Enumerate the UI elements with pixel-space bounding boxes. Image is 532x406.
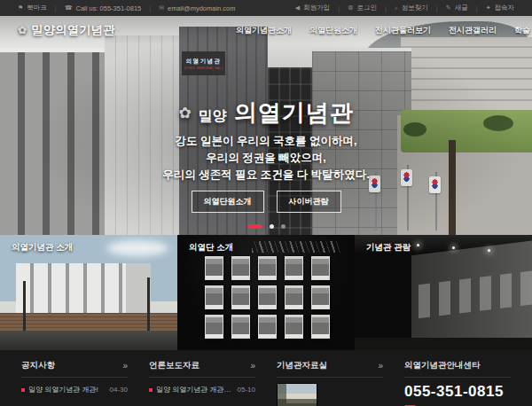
- panel-members-intro[interactable]: 의열단 소개: [177, 235, 355, 350]
- building-photo-art: [16, 263, 151, 315]
- panel-title: 의열단 소개: [189, 242, 233, 254]
- press-board: 언론보도자료 » 밀양 의열기념관 개관…전국최초 05-10: [149, 360, 255, 406]
- member-portrait-frame: [285, 315, 303, 339]
- hero-title-prefix: 밀양: [199, 107, 227, 126]
- bullet-icon: [21, 388, 25, 392]
- topbar-right: ◀ 회원가입 | ⚙ 로그인 | ⌕ 정보찾기 | ✎ 새글 | ✦ 접속자: [295, 4, 514, 12]
- member-portrait-frame: [258, 315, 277, 339]
- portrait-grid: [205, 256, 330, 339]
- new-posts-link[interactable]: 새글: [455, 4, 468, 12]
- hero-copy: ✿ 밀양 의열기념관 강도 일본이 우리의 국호를 없이하며, 우리의 정권을 …: [0, 98, 532, 229]
- panel-title: 기념관 관람: [366, 242, 411, 254]
- member-portrait-frame: [311, 256, 330, 280]
- bookmark-icon: ⚑: [18, 4, 23, 12]
- press-item-title: 밀양 의열기념관 개관…전국최초: [156, 385, 234, 394]
- main-navigation: 의열기념관소개 의열단원소개 전시관둘러보기 전시관갤러리 학술: [236, 25, 530, 36]
- notice-board: 공지사항 » 밀양 의열기념관 개관! 04-30: [21, 360, 128, 406]
- nav-item-academic[interactable]: 학술: [514, 25, 530, 36]
- member-portrait-frame: [205, 285, 223, 309]
- member-portrait-frame: [311, 285, 330, 309]
- hero-slider: 의열기념관 UIYEOL MEMORIAL HALL ✿ 밀양의열기념관 의열기…: [0, 16, 532, 235]
- panel-title: 의열기념관 소개: [12, 242, 73, 254]
- nav-item-members[interactable]: 의열단원소개: [309, 25, 357, 36]
- spotlight-art: [488, 249, 490, 252]
- members-intro-button[interactable]: 의열단원소개: [192, 191, 264, 213]
- hero-quote-line: 우리의 정권을 빼았으며,: [0, 150, 532, 167]
- notice-item[interactable]: 밀양 의열기념관 개관! 04-30: [21, 385, 128, 394]
- visitors-icon: ✦: [486, 4, 491, 12]
- email-link[interactable]: email@mydomain.com: [168, 4, 235, 12]
- slider-dot[interactable]: [270, 224, 274, 229]
- separator: |: [55, 4, 57, 12]
- feature-panels: 의열기념관 소개 의열단 소개 기념관 관람: [0, 235, 532, 350]
- board-title: 기념관자료실: [277, 360, 327, 371]
- board-title: 공지사항: [21, 360, 55, 371]
- signup-link[interactable]: 회원가입: [303, 4, 330, 12]
- building-sign-text: 의열기념관: [186, 58, 222, 66]
- member-portrait-frame: [258, 256, 277, 280]
- separator: |: [149, 4, 151, 12]
- footer-boards: 공지사항 » 밀양 의열기념관 개관! 04-30 언론보도자료 » 밀양 의열…: [0, 350, 532, 406]
- notice-item-date: 04-30: [110, 386, 128, 394]
- login-link[interactable]: 로그인: [356, 4, 377, 12]
- press-item-date: 05-10: [238, 386, 255, 394]
- hero-quote: 강도 일본이 우리의 국호를 없이하며, 우리의 정권을 빼았으며, 우리의 생…: [0, 133, 532, 183]
- member-portrait-frame: [231, 256, 250, 280]
- notice-more-button[interactable]: »: [122, 362, 128, 371]
- archive-more-button[interactable]: »: [378, 362, 383, 371]
- visitors-link[interactable]: 접속자: [495, 4, 515, 12]
- member-portrait-frame: [231, 315, 250, 339]
- slider-pagination: [0, 224, 532, 229]
- login-icon: ⚙: [348, 4, 353, 12]
- separator: |: [385, 4, 387, 12]
- member-portrait-frame: [231, 285, 250, 309]
- panel-tour[interactable]: 기념관 관람: [355, 235, 532, 350]
- member-portrait-frame: [258, 285, 277, 309]
- press-more-button[interactable]: »: [250, 362, 255, 371]
- member-portrait-frame: [285, 285, 303, 309]
- contact-board: 의열기념관안내센타 055-351-0815: [404, 360, 511, 406]
- exhibit-wall-art: [411, 239, 532, 350]
- divider: [404, 377, 511, 378]
- phone-icon: ☎: [65, 4, 73, 12]
- divider: [277, 377, 383, 378]
- slider-dot[interactable]: [247, 224, 262, 229]
- find-info-link[interactable]: 정보찾기: [402, 4, 428, 12]
- archive-thumbnail[interactable]: [277, 383, 317, 406]
- member-portrait-frame: [205, 256, 223, 280]
- logo-text: 밀양의열기념관: [32, 22, 116, 38]
- spotlight-art: [417, 244, 419, 246]
- signup-icon: ◀: [295, 4, 300, 12]
- hero-buttons: 의열단원소개 사이버관람: [0, 191, 532, 213]
- cyber-tour-button[interactable]: 사이버관람: [277, 191, 341, 213]
- building-sign: 의열기념관 UIYEOL MEMORIAL HALL: [182, 51, 225, 75]
- member-portrait-frame: [285, 256, 303, 280]
- cloud-art: [106, 240, 168, 256]
- slider-dot[interactable]: [281, 224, 286, 229]
- site-logo[interactable]: ✿ 밀양의열기념관: [18, 22, 115, 38]
- member-portrait-frame: [205, 315, 223, 339]
- board-title: 의열기념관안내센타: [404, 360, 481, 371]
- nav-item-gallery[interactable]: 전시관갤러리: [449, 25, 497, 36]
- nav-item-tour[interactable]: 전시관둘러보기: [375, 25, 431, 36]
- email-icon: ✉: [159, 4, 164, 12]
- call-us-text: Call us: 055-351-0815: [75, 4, 141, 12]
- separator: |: [338, 4, 340, 12]
- brick-wall-art: [0, 313, 177, 332]
- topbar: ⚑ 북마크 | ☎ Call us: 055-351-0815 | ✉ emai…: [0, 0, 532, 16]
- topbar-left: ⚑ 북마크 | ☎ Call us: 055-351-0815 | ✉ emai…: [18, 4, 236, 12]
- pole-art: [23, 281, 26, 331]
- press-item[interactable]: 밀양 의열기념관 개관…전국최초 05-10: [149, 385, 255, 394]
- nav-item-about-hall[interactable]: 의열기념관소개: [236, 25, 292, 36]
- ground-art: [0, 331, 177, 350]
- bullet-icon: [149, 388, 153, 392]
- hero-quote-line: 우리의 생존적 필요 조건을 다 박탈하였다.: [0, 167, 532, 183]
- notice-item-title: 밀양 의열기념관 개관!: [28, 385, 98, 394]
- bookmark-link[interactable]: 북마크: [27, 4, 47, 12]
- spotlight-art: [452, 246, 455, 249]
- calligraphy-art: [252, 241, 340, 253]
- new-post-icon: ✎: [446, 4, 451, 12]
- site-header: ✿ 밀양의열기념관 의열기념관소개 의열단원소개 전시관둘러보기 전시관갤러리 …: [0, 16, 532, 44]
- hero-title-main: 의열기념관: [234, 98, 354, 129]
- panel-hall-intro[interactable]: 의열기념관 소개: [0, 235, 177, 350]
